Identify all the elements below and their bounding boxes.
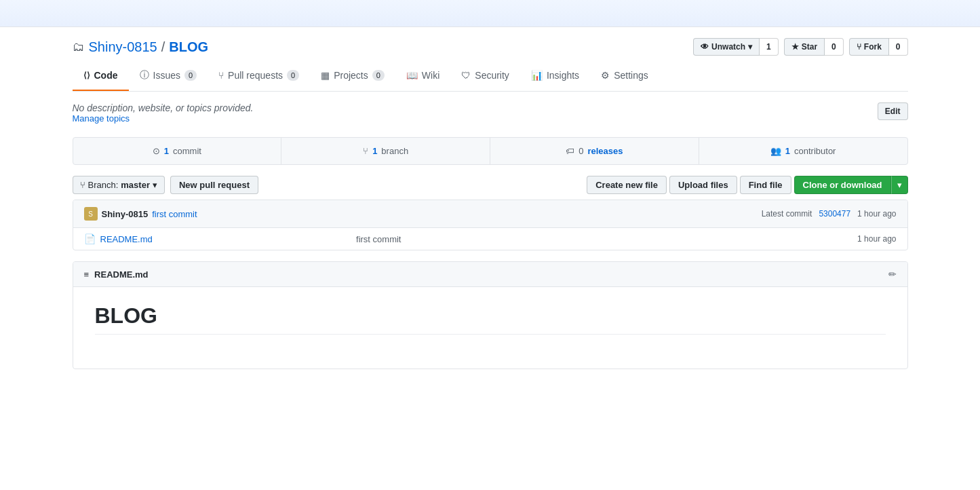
tab-projects[interactable]: ▦ Projects 0	[310, 61, 395, 91]
issues-badge: 0	[184, 70, 197, 81]
watch-button[interactable]: 👁 Unwatch	[693, 38, 760, 56]
tab-security[interactable]: 🛡 Security	[450, 61, 520, 91]
commit-message-link[interactable]: first commit	[152, 209, 197, 219]
repo-owner-link[interactable]: Shiny-0815	[89, 39, 157, 55]
commit-message: first commit	[152, 209, 197, 219]
tab-settings[interactable]: ⚙ Settings	[590, 61, 659, 91]
readme-edit-icon[interactable]: ✏	[888, 269, 897, 280]
watch-group: 👁 Unwatch 1	[693, 38, 779, 56]
commit-time: 1 hour ago	[857, 209, 896, 219]
author-name: Shiny-0815	[102, 209, 149, 219]
toolbar-left: ⑂ Branch: master New pull request	[73, 176, 258, 194]
clone-dropdown-button[interactable]	[891, 176, 908, 194]
star-group: ★ Star 0	[784, 38, 844, 56]
commit-icon: ⊙	[153, 146, 160, 156]
contributors-count[interactable]: 1	[785, 146, 790, 156]
commit-meta: Latest commit 5300477 1 hour ago	[762, 209, 897, 219]
file-toolbar: ⑂ Branch: master New pull request Create…	[73, 176, 908, 194]
repo-nav: ⟨⟩ Code ⓘ Issues 0 ⑂ Pull requests 0 ▦ P…	[73, 61, 908, 92]
toolbar-right: Create new file Upload files Find file C…	[587, 176, 907, 194]
eye-icon: 👁	[701, 42, 709, 52]
branch-label: Branch:	[88, 180, 119, 190]
manage-topics-link[interactable]: Manage topics	[73, 113, 254, 124]
repo-icon: 🗂	[73, 40, 85, 54]
repo-title: 🗂 Shiny-0815 / BLOG	[73, 39, 209, 55]
file-time: 1 hour ago	[857, 234, 896, 244]
star-icon: ★	[791, 42, 799, 52]
top-bar	[0, 0, 980, 27]
commit-hash-link[interactable]: 5300477	[819, 209, 850, 219]
pr-icon: ⑂	[218, 70, 224, 81]
commit-author: S Shiny-0815 first commit	[84, 207, 762, 221]
tab-code[interactable]: ⟨⟩ Code	[73, 61, 129, 91]
branch-name: master	[121, 180, 150, 190]
repo-header: 🗂 Shiny-0815 / BLOG 👁 Unwatch 1 ★ Star 0	[73, 27, 908, 56]
file-table-header: S Shiny-0815 first commit Latest commit …	[73, 200, 907, 228]
star-button[interactable]: ★ Star	[784, 38, 825, 56]
fork-group: ⑂ Fork 0	[849, 38, 908, 56]
new-pull-request-button[interactable]: New pull request	[170, 176, 258, 194]
readme-heading: BLOG	[95, 303, 886, 335]
clone-group: Clone or download	[794, 176, 908, 194]
clone-label: Clone or download	[803, 180, 882, 190]
security-icon: 🛡	[461, 70, 471, 81]
clone-or-download-button[interactable]: Clone or download	[794, 176, 891, 194]
releases-count: 0	[579, 146, 583, 156]
projects-icon: ▦	[321, 70, 330, 81]
file-name-link[interactable]: README.md	[100, 234, 346, 244]
branches-label: branch	[381, 146, 408, 156]
readme-list-icon: ≡	[84, 269, 90, 280]
tab-wiki[interactable]: 📖 Wiki	[395, 61, 450, 91]
fork-count: 0	[889, 38, 908, 56]
file-icon: 📄	[84, 233, 95, 244]
wiki-icon: 📖	[406, 70, 418, 81]
watch-label: Unwatch	[711, 42, 745, 52]
watch-count: 1	[760, 38, 779, 56]
contributors-label: contributor	[794, 146, 836, 156]
readme-section: ≡ README.md ✏ BLOG	[73, 261, 908, 369]
readme-title: ≡ README.md	[84, 269, 149, 280]
settings-icon: ⚙	[601, 70, 610, 81]
tab-insights[interactable]: 📊 Insights	[520, 61, 590, 91]
fork-button[interactable]: ⑂ Fork	[849, 38, 889, 56]
upload-files-button[interactable]: Upload files	[669, 176, 737, 194]
latest-commit-label: Latest commit	[762, 209, 812, 219]
file-commit-message: first commit	[345, 234, 857, 244]
file-table: S Shiny-0815 first commit Latest commit …	[73, 200, 908, 250]
star-count: 0	[825, 38, 844, 56]
readme-body: BLOG	[73, 287, 907, 369]
insights-icon: 📊	[531, 70, 543, 81]
create-new-file-button[interactable]: Create new file	[587, 176, 667, 194]
branch-selector[interactable]: ⑂ Branch: master	[73, 176, 165, 194]
pr-badge: 0	[287, 70, 299, 81]
code-icon: ⟨⟩	[83, 71, 90, 80]
caret-down-icon	[897, 180, 902, 190]
repo-actions: 👁 Unwatch 1 ★ Star 0 ⑂ Fork 0	[688, 38, 907, 56]
releases-stat: 🏷 0 releases	[490, 138, 699, 164]
author-avatar: S	[84, 207, 98, 221]
tab-pull-requests[interactable]: ⑂ Pull requests 0	[208, 61, 310, 91]
repo-description: No description, website, or topics provi…	[73, 92, 908, 137]
repo-name-link[interactable]: BLOG	[169, 39, 208, 55]
tag-icon: 🏷	[566, 146, 574, 156]
file-row: 📄 README.md first commit 1 hour ago	[73, 228, 907, 250]
projects-badge: 0	[372, 70, 385, 81]
commits-stat: ⊙ 1 commit	[73, 138, 282, 164]
readme-filename: README.md	[94, 269, 148, 280]
fork-label: Fork	[864, 42, 882, 52]
branches-count[interactable]: 1	[372, 146, 377, 156]
edit-button[interactable]: Edit	[878, 102, 908, 120]
releases-label[interactable]: releases	[587, 146, 623, 156]
issues-icon: ⓘ	[140, 69, 149, 81]
branch-icon-small: ⑂	[80, 180, 85, 190]
star-label: Star	[802, 42, 817, 52]
breadcrumb-slash: /	[161, 39, 165, 55]
readme-header: ≡ README.md ✏	[73, 262, 907, 287]
fork-icon: ⑂	[857, 42, 861, 52]
commits-count[interactable]: 1	[164, 146, 169, 156]
find-file-button[interactable]: Find file	[740, 176, 791, 194]
tab-issues[interactable]: ⓘ Issues 0	[129, 61, 208, 91]
stats-bar: ⊙ 1 commit ⑂ 1 branch 🏷 0 releases 👥 1 c…	[73, 137, 908, 165]
contributors-icon: 👥	[770, 146, 781, 156]
commits-label: commit	[173, 146, 201, 156]
